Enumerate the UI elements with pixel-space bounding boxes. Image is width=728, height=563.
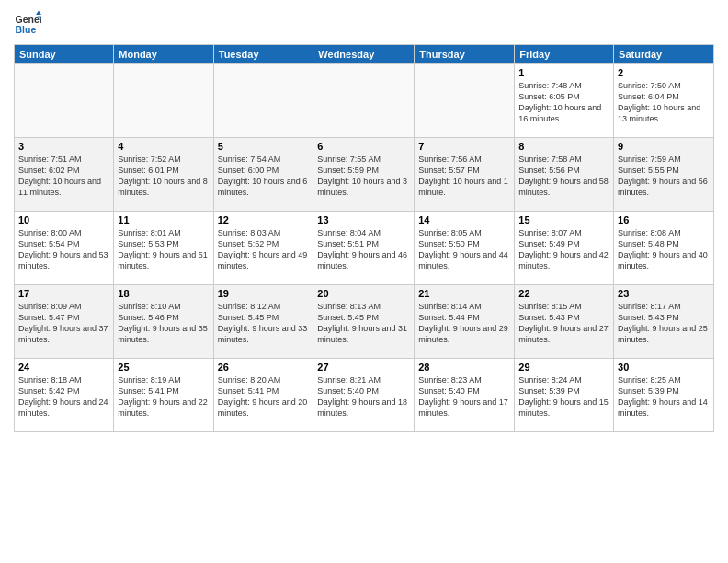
- day-number: 8: [518, 141, 609, 152]
- calendar-cell: 13Sunrise: 8:04 AMSunset: 5:51 PMDayligh…: [313, 212, 415, 285]
- week-row-4: 17Sunrise: 8:09 AMSunset: 5:47 PMDayligh…: [15, 285, 714, 359]
- day-number: 15: [518, 214, 609, 225]
- day-number: 16: [618, 214, 710, 225]
- day-info: Sunrise: 8:05 AMSunset: 5:50 PMDaylight:…: [418, 227, 510, 272]
- day-number: 9: [618, 141, 710, 152]
- calendar-cell: 29Sunrise: 8:24 AMSunset: 5:39 PMDayligh…: [515, 359, 614, 432]
- week-row-1: 1Sunrise: 7:48 AMSunset: 6:05 PMDaylight…: [15, 64, 714, 138]
- day-number: 2: [618, 67, 710, 78]
- calendar-cell: 20Sunrise: 8:13 AMSunset: 5:45 PMDayligh…: [313, 285, 415, 359]
- day-info: Sunrise: 8:24 AMSunset: 5:39 PMDaylight:…: [518, 374, 609, 419]
- calendar-cell: 3Sunrise: 7:51 AMSunset: 6:02 PMDaylight…: [15, 138, 114, 212]
- calendar-cell: 26Sunrise: 8:20 AMSunset: 5:41 PMDayligh…: [213, 359, 313, 432]
- day-number: 27: [317, 362, 410, 373]
- calendar-cell: 23Sunrise: 8:17 AMSunset: 5:43 PMDayligh…: [614, 285, 714, 359]
- calendar-cell: 14Sunrise: 8:05 AMSunset: 5:50 PMDayligh…: [415, 212, 515, 285]
- day-number: 10: [18, 214, 109, 225]
- day-number: 24: [18, 362, 109, 373]
- calendar-cell: 16Sunrise: 8:08 AMSunset: 5:48 PMDayligh…: [614, 212, 714, 285]
- calendar-cell: 1Sunrise: 7:48 AMSunset: 6:05 PMDaylight…: [515, 64, 614, 138]
- day-number: 23: [618, 288, 710, 299]
- weekday-header-sunday: Sunday: [15, 45, 114, 64]
- weekday-header-friday: Friday: [515, 45, 614, 64]
- day-info: Sunrise: 8:07 AMSunset: 5:49 PMDaylight:…: [518, 227, 609, 272]
- calendar-cell: 15Sunrise: 8:07 AMSunset: 5:49 PMDayligh…: [515, 212, 614, 285]
- day-number: 5: [218, 141, 310, 152]
- day-info: Sunrise: 8:20 AMSunset: 5:41 PMDaylight:…: [218, 374, 310, 419]
- calendar-cell: 22Sunrise: 8:15 AMSunset: 5:43 PMDayligh…: [515, 285, 614, 359]
- day-info: Sunrise: 8:09 AMSunset: 5:47 PMDaylight:…: [18, 301, 109, 346]
- calendar-cell: 24Sunrise: 8:18 AMSunset: 5:42 PMDayligh…: [15, 359, 114, 432]
- day-info: Sunrise: 7:54 AMSunset: 6:00 PMDaylight:…: [218, 154, 310, 199]
- day-info: Sunrise: 8:12 AMSunset: 5:45 PMDaylight:…: [218, 301, 310, 346]
- day-info: Sunrise: 7:52 AMSunset: 6:01 PMDaylight:…: [118, 154, 209, 199]
- day-number: 11: [118, 214, 209, 225]
- weekday-header-monday: Monday: [114, 45, 213, 64]
- day-number: 22: [518, 288, 609, 299]
- day-info: Sunrise: 8:18 AMSunset: 5:42 PMDaylight:…: [18, 374, 109, 419]
- day-number: 30: [618, 362, 710, 373]
- calendar-cell: 2Sunrise: 7:50 AMSunset: 6:04 PMDaylight…: [614, 64, 714, 138]
- calendar-cell: 12Sunrise: 8:03 AMSunset: 5:52 PMDayligh…: [213, 212, 313, 285]
- calendar-cell: 21Sunrise: 8:14 AMSunset: 5:44 PMDayligh…: [415, 285, 515, 359]
- day-number: 26: [218, 362, 310, 373]
- day-info: Sunrise: 7:58 AMSunset: 5:56 PMDaylight:…: [518, 154, 609, 199]
- day-info: Sunrise: 8:04 AMSunset: 5:51 PMDaylight:…: [317, 227, 410, 272]
- calendar-cell: 10Sunrise: 8:00 AMSunset: 5:54 PMDayligh…: [15, 212, 114, 285]
- week-row-2: 3Sunrise: 7:51 AMSunset: 6:02 PMDaylight…: [15, 138, 714, 212]
- day-number: 1: [518, 67, 609, 78]
- day-info: Sunrise: 8:23 AMSunset: 5:40 PMDaylight:…: [418, 374, 510, 419]
- day-number: 14: [418, 214, 510, 225]
- calendar-cell: 7Sunrise: 7:56 AMSunset: 5:57 PMDaylight…: [415, 138, 515, 212]
- calendar-cell: 18Sunrise: 8:10 AMSunset: 5:46 PMDayligh…: [114, 285, 213, 359]
- svg-marker-2: [36, 11, 41, 16]
- day-info: Sunrise: 8:01 AMSunset: 5:53 PMDaylight:…: [118, 227, 209, 272]
- day-info: Sunrise: 8:15 AMSunset: 5:43 PMDaylight:…: [518, 301, 609, 346]
- day-info: Sunrise: 8:08 AMSunset: 5:48 PMDaylight:…: [618, 227, 710, 272]
- day-info: Sunrise: 8:21 AMSunset: 5:40 PMDaylight:…: [317, 374, 410, 419]
- day-number: 3: [18, 141, 109, 152]
- day-info: Sunrise: 8:17 AMSunset: 5:43 PMDaylight:…: [618, 301, 710, 346]
- day-info: Sunrise: 7:55 AMSunset: 5:59 PMDaylight:…: [317, 154, 410, 199]
- calendar-cell: 5Sunrise: 7:54 AMSunset: 6:00 PMDaylight…: [213, 138, 313, 212]
- header: General Blue: [14, 9, 714, 37]
- day-info: Sunrise: 8:03 AMSunset: 5:52 PMDaylight:…: [218, 227, 310, 272]
- week-row-3: 10Sunrise: 8:00 AMSunset: 5:54 PMDayligh…: [15, 212, 714, 285]
- logo: General Blue: [14, 9, 41, 37]
- calendar-cell: 4Sunrise: 7:52 AMSunset: 6:01 PMDaylight…: [114, 138, 213, 212]
- calendar-cell: [15, 64, 114, 138]
- day-number: 28: [418, 362, 510, 373]
- day-number: 17: [18, 288, 109, 299]
- calendar-cell: [114, 64, 213, 138]
- weekday-header-saturday: Saturday: [614, 45, 714, 64]
- day-number: 13: [317, 214, 410, 225]
- weekday-header-row: SundayMondayTuesdayWednesdayThursdayFrid…: [15, 45, 714, 64]
- day-info: Sunrise: 8:19 AMSunset: 5:41 PMDaylight:…: [118, 374, 209, 419]
- day-info: Sunrise: 8:13 AMSunset: 5:45 PMDaylight:…: [317, 301, 410, 346]
- weekday-header-tuesday: Tuesday: [213, 45, 313, 64]
- day-number: 19: [218, 288, 310, 299]
- weekday-header-thursday: Thursday: [415, 45, 515, 64]
- day-number: 21: [418, 288, 510, 299]
- day-number: 29: [518, 362, 609, 373]
- calendar-cell: [313, 64, 415, 138]
- calendar-cell: 27Sunrise: 8:21 AMSunset: 5:40 PMDayligh…: [313, 359, 415, 432]
- calendar-cell: 8Sunrise: 7:58 AMSunset: 5:56 PMDaylight…: [515, 138, 614, 212]
- calendar-cell: 25Sunrise: 8:19 AMSunset: 5:41 PMDayligh…: [114, 359, 213, 432]
- day-info: Sunrise: 7:48 AMSunset: 6:05 PMDaylight:…: [518, 80, 609, 125]
- calendar-cell: [213, 64, 313, 138]
- day-info: Sunrise: 7:56 AMSunset: 5:57 PMDaylight:…: [418, 154, 510, 199]
- calendar-cell: 30Sunrise: 8:25 AMSunset: 5:39 PMDayligh…: [614, 359, 714, 432]
- calendar-cell: 9Sunrise: 7:59 AMSunset: 5:55 PMDaylight…: [614, 138, 714, 212]
- day-number: 6: [317, 141, 410, 152]
- day-number: 12: [218, 214, 310, 225]
- day-info: Sunrise: 7:51 AMSunset: 6:02 PMDaylight:…: [18, 154, 109, 199]
- day-info: Sunrise: 7:59 AMSunset: 5:55 PMDaylight:…: [618, 154, 710, 199]
- day-number: 18: [118, 288, 209, 299]
- week-row-5: 24Sunrise: 8:18 AMSunset: 5:42 PMDayligh…: [15, 359, 714, 432]
- calendar-cell: 6Sunrise: 7:55 AMSunset: 5:59 PMDaylight…: [313, 138, 415, 212]
- calendar-table: SundayMondayTuesdayWednesdayThursdayFrid…: [14, 44, 714, 432]
- day-number: 7: [418, 141, 510, 152]
- calendar-cell: [415, 64, 515, 138]
- calendar-cell: 28Sunrise: 8:23 AMSunset: 5:40 PMDayligh…: [415, 359, 515, 432]
